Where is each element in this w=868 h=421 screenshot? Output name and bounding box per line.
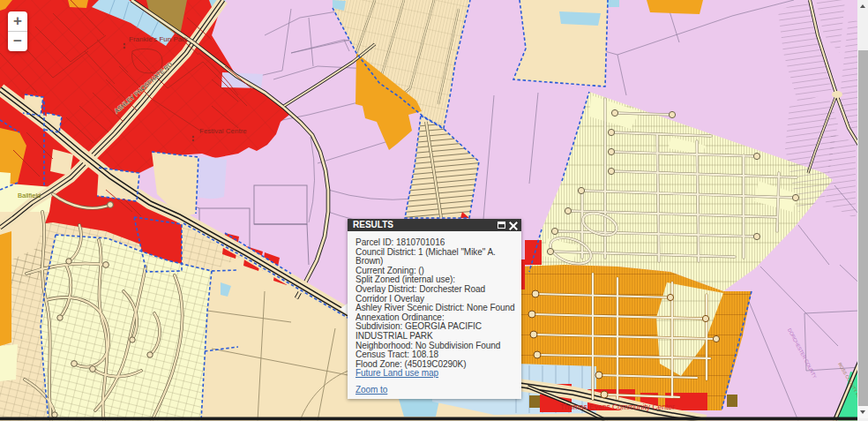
svg-text:Frankie's Fun Park: Frankie's Fun Park bbox=[129, 35, 189, 43]
svg-text:Festival Centre: Festival Centre bbox=[199, 127, 247, 135]
svg-text:Thomas Evans Community Center: Thomas Evans Community Center bbox=[560, 402, 675, 411]
svg-text:Ballfield: Ballfield bbox=[18, 192, 41, 199]
